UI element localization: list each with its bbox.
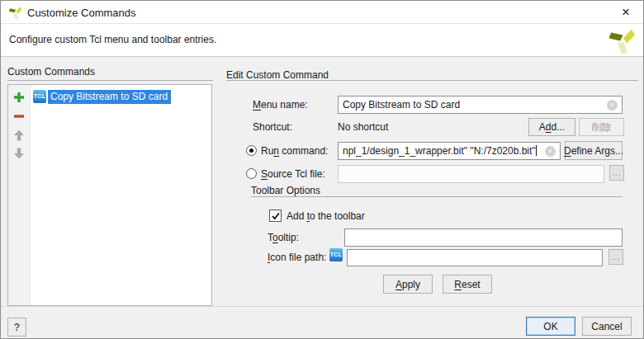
run-command-field[interactable]: npl_1/design_1_wrapper.bit" "N:/7z020b.b… <box>338 142 561 160</box>
arrow-up-icon <box>13 129 25 141</box>
arrow-down-icon <box>13 148 25 159</box>
shortcut-delete-button: 削除 <box>579 118 624 136</box>
icon-file-path-browse-button[interactable]: ... <box>608 249 623 265</box>
help-button[interactable]: ? <box>7 318 26 337</box>
clear-icon[interactable]: × <box>607 100 618 111</box>
run-command-value: npl_1/design_1_wrapper.bit" "N:/7z020b.b… <box>343 145 542 157</box>
title-bar: Customize Commands × <box>1 1 643 24</box>
apply-button[interactable]: Apply <box>383 275 433 294</box>
source-tcl-field <box>338 165 604 183</box>
run-command-label: Run command: <box>261 144 328 158</box>
source-tcl-label: Source Tcl file: <box>261 167 325 181</box>
tooltip-label: Tooltip: <box>268 231 299 244</box>
clear-icon[interactable]: × <box>545 146 556 157</box>
custom-commands-header: Custom Commands <box>7 65 95 78</box>
menu-name-value: Copy Bitstream to SD card <box>343 99 604 111</box>
close-icon[interactable]: × <box>617 3 635 21</box>
plus-icon <box>13 92 25 103</box>
define-args-button[interactable]: Define Args... <box>565 141 623 160</box>
edit-command-header-rule <box>226 80 638 81</box>
source-tcl-browse-button: ... <box>609 165 624 181</box>
tcl-icon: TCL <box>329 248 343 261</box>
menu-name-label: Menu name: <box>253 98 308 111</box>
menu-name-field[interactable]: Copy Bitstream to SD card × <box>338 96 623 114</box>
tcl-icon: TCL <box>33 90 46 103</box>
toolbar-options-header-rule <box>251 196 623 197</box>
footer-separator <box>1 306 643 307</box>
shortcut-add-button[interactable]: Add... <box>528 118 575 136</box>
toolbar-options-header: Toolbar Options <box>251 184 320 197</box>
icon-file-path-label: Icon file path: <box>268 251 326 264</box>
run-command-radio[interactable] <box>246 145 257 156</box>
ok-button[interactable]: OK <box>526 317 575 336</box>
cancel-button[interactable]: Cancel <box>582 317 632 336</box>
shortcut-value: No shortcut <box>338 120 388 134</box>
vivado-logo-large <box>609 27 636 56</box>
list-toolbar <box>8 85 31 305</box>
shortcut-label: Shortcut: <box>253 120 292 134</box>
reset-button[interactable]: Reset <box>443 275 492 294</box>
add-to-toolbar-checkbox[interactable] <box>269 210 282 222</box>
move-down-button[interactable] <box>12 146 26 161</box>
checkmark-icon <box>271 211 281 221</box>
add-command-button[interactable] <box>12 90 26 105</box>
custom-commands-header-rule <box>7 80 213 81</box>
dialog-title: Customize Commands <box>27 7 136 19</box>
icon-file-path-field[interactable] <box>347 249 603 266</box>
list-item-label: Copy Bitstream to SD card <box>48 90 171 104</box>
list-item[interactable]: TCL Copy Bitstream to SD card <box>33 89 171 104</box>
tooltip-field[interactable] <box>344 228 623 247</box>
source-tcl-radio[interactable] <box>246 168 257 179</box>
custom-commands-list[interactable]: TCL Copy Bitstream to SD card <box>7 84 212 306</box>
remove-command-button[interactable] <box>12 109 26 124</box>
vivado-logo-icon <box>9 6 22 21</box>
text-cursor <box>536 145 537 156</box>
banner: Configure custom Tcl menu and toolbar en… <box>1 24 643 57</box>
minus-icon <box>13 111 25 122</box>
banner-description: Configure custom Tcl menu and toolbar en… <box>9 34 216 45</box>
customize-commands-dialog: Customize Commands × Configure custom Tc… <box>0 0 644 339</box>
add-to-toolbar-label: Add to the toolbar <box>286 210 365 223</box>
move-up-button[interactable] <box>12 128 26 143</box>
